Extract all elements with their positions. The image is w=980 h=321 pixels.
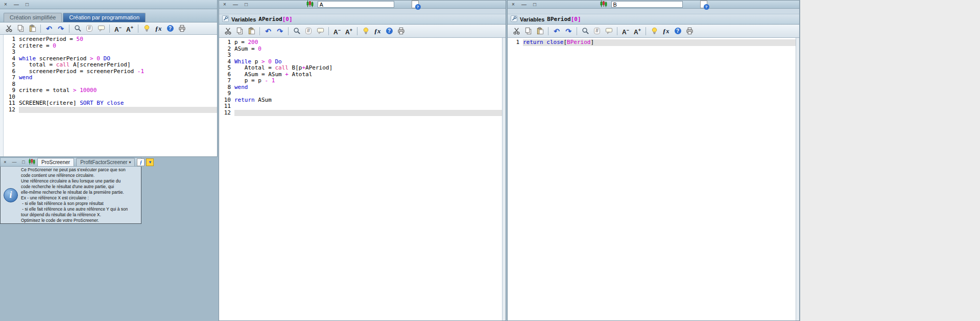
- maximize-button[interactable]: □: [532, 2, 538, 7]
- code-line[interactable]: 8wend: [219, 84, 502, 91]
- close-button[interactable]: ×: [510, 2, 516, 7]
- font-larger-button[interactable]: A+: [124, 24, 135, 34]
- variables-label: Variables: [520, 16, 544, 22]
- comment-icon: //: [594, 28, 600, 34]
- hint-button[interactable]: [141, 24, 152, 34]
- script-icon[interactable]: ƒ: [137, 158, 145, 166]
- code-line[interactable]: 7 p = p - 1: [219, 78, 502, 84]
- code-line[interactable]: 7wend: [4, 75, 217, 81]
- vertical-scrollbar[interactable]: [502, 38, 506, 320]
- code-line[interactable]: 2ASum = 0: [219, 46, 502, 53]
- code-line[interactable]: 12: [219, 110, 502, 117]
- info-icon: i: [4, 188, 18, 202]
- code-line[interactable]: 9critere = total > 10000: [4, 87, 217, 94]
- paste-button[interactable]: [246, 26, 257, 36]
- print-button[interactable]: [176, 24, 187, 34]
- close-button[interactable]: ×: [2, 159, 8, 165]
- help-button[interactable]: ?: [672, 26, 683, 36]
- code-line[interactable]: 6 screenerPeriod = screenerPeriod -1: [4, 68, 217, 75]
- search-button[interactable]: [580, 26, 591, 36]
- function-name-input[interactable]: [611, 1, 683, 8]
- undo-button[interactable]: ↶: [262, 26, 274, 36]
- function-name-input[interactable]: [318, 1, 394, 8]
- bubble-button[interactable]: [603, 26, 614, 36]
- code-line[interactable]: 11: [219, 103, 502, 110]
- code-line[interactable]: 1p = 200: [219, 39, 502, 46]
- minimize-button[interactable]: —: [13, 2, 19, 7]
- cut-button[interactable]: [222, 26, 233, 36]
- function-b-code-area[interactable]: 1return close[BPeriod]: [508, 38, 799, 320]
- toolbar-separator: [357, 27, 357, 35]
- functions-icon: ƒx: [155, 25, 162, 33]
- print-button[interactable]: [395, 26, 407, 36]
- maximize-button[interactable]: □: [243, 2, 249, 7]
- functions-button[interactable]: ƒx: [153, 24, 164, 34]
- help-button[interactable]: ?: [164, 24, 176, 34]
- font-larger-button[interactable]: A+: [632, 26, 643, 36]
- toolbar-separator: [288, 27, 289, 35]
- font-smaller-button[interactable]: A−: [112, 24, 124, 34]
- paste-button[interactable]: [27, 24, 38, 34]
- tab-label: ProScreener: [41, 158, 70, 166]
- functions-button[interactable]: ƒx: [660, 26, 672, 36]
- question-mark-icon: ?: [415, 4, 421, 10]
- functions-button[interactable]: ƒx: [372, 26, 383, 36]
- tab-creation-par-programmation[interactable]: Création par programmation: [63, 13, 146, 22]
- code-line[interactable]: 1return close[BPeriod]: [508, 39, 796, 46]
- function-a-code-area[interactable]: 1p = 2002ASum = 034While p > 0 Do5 Atota…: [219, 38, 506, 320]
- hint-button[interactable]: [360, 26, 371, 36]
- code-editor[interactable]: 1p = 2002ASum = 034While p > 0 Do5 Atota…: [219, 38, 502, 320]
- help-button[interactable]: ?: [384, 26, 395, 36]
- tab-proscreener[interactable]: ProScreener: [37, 158, 74, 166]
- copy-button[interactable]: [15, 24, 26, 34]
- line-number: 3: [219, 52, 234, 59]
- vertical-scrollbar[interactable]: [796, 38, 799, 320]
- redo-button[interactable]: ↷: [274, 26, 285, 36]
- undo-button[interactable]: ↶: [551, 26, 562, 36]
- close-button[interactable]: ×: [222, 2, 228, 7]
- bubble-button[interactable]: [315, 26, 326, 36]
- search-button[interactable]: [291, 26, 302, 36]
- line-number: 11: [219, 103, 234, 110]
- comment-button[interactable]: //: [303, 26, 314, 36]
- code-line[interactable]: 2critere = 0: [4, 43, 217, 50]
- font-larger-button[interactable]: A+: [343, 26, 354, 36]
- print-button[interactable]: [684, 26, 695, 36]
- undo-button[interactable]: ↶: [43, 24, 55, 34]
- minimize-button[interactable]: —: [521, 2, 527, 7]
- help-icon[interactable]: ?: [700, 1, 707, 8]
- tab-profitfactorscreener[interactable]: ProfitFactorScreener ▾: [76, 158, 135, 166]
- code-line[interactable]: 10return ASum: [219, 97, 502, 104]
- copy-button[interactable]: [234, 26, 245, 36]
- code-editor[interactable]: 1screenerPeriod = 502critere = 034while …: [4, 35, 217, 156]
- tab-creation-simplifiee[interactable]: Création simplifiée: [4, 13, 62, 22]
- help-icon[interactable]: ?: [412, 1, 419, 8]
- minimize-button[interactable]: —: [11, 159, 17, 165]
- search-button[interactable]: [72, 24, 83, 34]
- redo-icon: ↷: [565, 28, 571, 35]
- import-icon[interactable]: ▼: [146, 158, 154, 166]
- close-button[interactable]: ×: [3, 2, 9, 7]
- comment-button[interactable]: //: [591, 26, 603, 36]
- redo-button[interactable]: ↷: [55, 24, 66, 34]
- screener-code-area[interactable]: 1screenerPeriod = 502critere = 034while …: [0, 35, 217, 156]
- maximize-button[interactable]: □: [20, 159, 27, 165]
- code-line[interactable]: 11SCREENER[critere] SORT BY close: [4, 100, 217, 107]
- vertical-scrollbar[interactable]: [0, 35, 4, 156]
- paste-button[interactable]: [534, 26, 545, 36]
- font-smaller-button[interactable]: A−: [331, 26, 343, 36]
- hint-button[interactable]: [649, 26, 660, 36]
- cut-button[interactable]: [3, 24, 14, 34]
- redo-button[interactable]: ↷: [563, 26, 574, 36]
- cut-button[interactable]: [511, 26, 522, 36]
- code-line[interactable]: 12: [4, 107, 217, 113]
- minimize-button[interactable]: —: [232, 2, 238, 7]
- code-text: p = 200: [234, 39, 502, 46]
- bubble-button[interactable]: [95, 24, 107, 34]
- comment-button[interactable]: //: [84, 24, 95, 34]
- line-number: 2: [219, 46, 234, 53]
- maximize-button[interactable]: □: [24, 2, 30, 7]
- copy-button[interactable]: [522, 26, 534, 36]
- font-smaller-button[interactable]: A−: [620, 26, 631, 36]
- code-editor[interactable]: 1return close[BPeriod]: [508, 38, 796, 320]
